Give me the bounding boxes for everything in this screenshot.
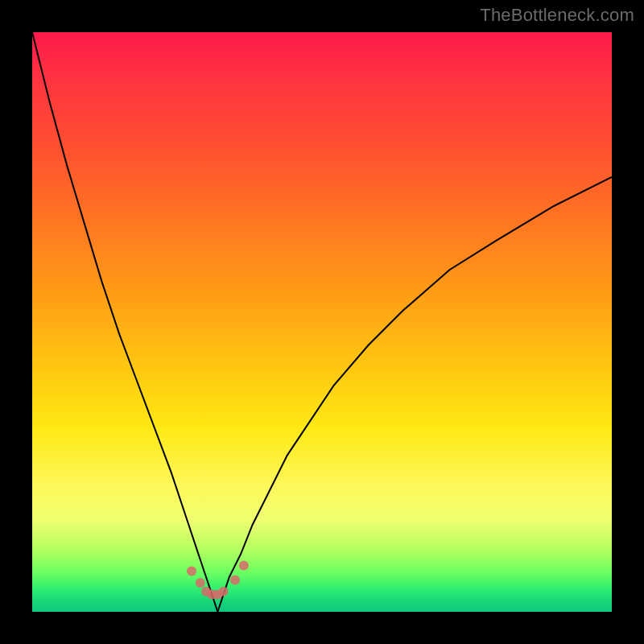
curve-right-branch <box>217 177 612 612</box>
valley-dot <box>196 578 205 588</box>
valley-dot <box>230 575 240 584</box>
watermark-text: TheBottleneck.com <box>480 5 634 26</box>
valley-dots-group <box>187 560 249 599</box>
valley-dot <box>187 567 196 576</box>
valley-dot <box>219 587 229 597</box>
curve-left-branch <box>32 32 217 612</box>
chart-overlay <box>32 32 612 612</box>
valley-dot <box>239 560 249 570</box>
